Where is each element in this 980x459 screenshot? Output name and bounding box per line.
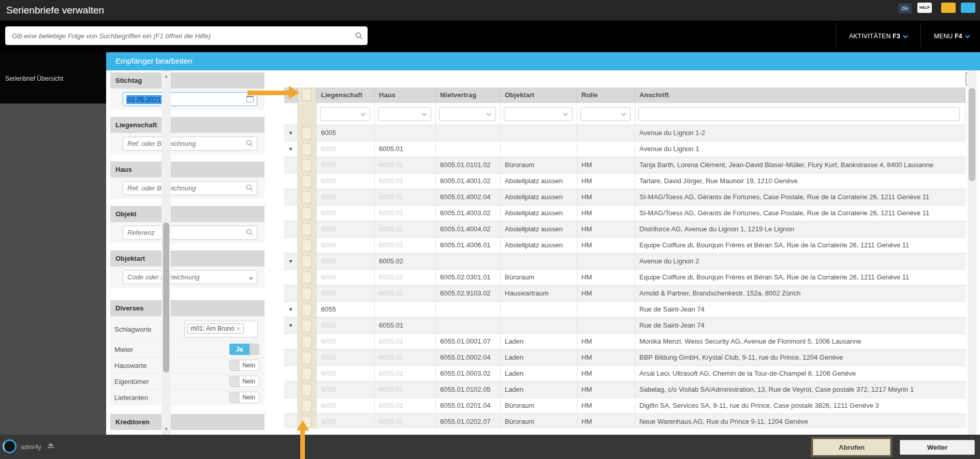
row-checkbox[interactable]	[302, 304, 312, 316]
haus-input[interactable]	[123, 181, 257, 195]
search-input[interactable]	[5, 26, 368, 45]
expand-icon[interactable]: ▼	[284, 318, 298, 333]
table-row[interactable]: 60056005.016005.01.0101.02BüroraumHMTanj…	[284, 157, 966, 173]
chat-bubble-icon[interactable]	[961, 3, 975, 13]
row-checkbox[interactable]	[302, 191, 312, 203]
liegenschaft-input[interactable]	[123, 137, 257, 151]
table-row[interactable]: 60056005.026005.02.9103.02HauswartraumHM…	[284, 286, 966, 302]
help-bubble-icon[interactable]: HELP	[917, 3, 932, 13]
cell-liegenschaft: 6005	[317, 221, 375, 237]
schlagworte-tag-input[interactable]: rh01: Arn Bruno×	[184, 321, 258, 337]
row-checkbox[interactable]	[302, 224, 312, 235]
row-checkbox[interactable]	[302, 143, 312, 155]
scrollbar-thumb[interactable]	[969, 88, 975, 181]
language-badge[interactable]: de	[898, 3, 912, 13]
cell-rolle	[577, 254, 635, 269]
row-checkbox[interactable]	[302, 384, 312, 396]
filter-select-liegenschaft[interactable]	[320, 107, 370, 121]
table-row[interactable]: ▼6055Rue de Saint-Jean 74	[284, 302, 966, 318]
column-header-liegenschaft[interactable]: Liegenschaft	[317, 87, 375, 103]
cell-rolle	[577, 141, 635, 157]
table-row[interactable]: 60556055.016055.01.0001.07LadenHMMonika …	[284, 334, 966, 350]
table-scrollbar[interactable]	[968, 70, 976, 435]
chevron-down-icon	[563, 111, 568, 116]
expand-icon[interactable]: ▼	[284, 302, 298, 317]
table-row[interactable]: 60556055.016055.01.0201.04BüroraumHMDigi…	[284, 398, 966, 414]
cell-liegenschaft: 6055	[317, 398, 375, 413]
table-row[interactable]: 60556055.016055.01.0202.07BüroraumHMNeue…	[284, 414, 966, 428]
column-header-mietvertrag[interactable]: Mietvertrag	[436, 87, 501, 103]
remove-tag-icon[interactable]: ×	[237, 325, 240, 332]
upload-icon[interactable]	[48, 443, 54, 449]
filter-section-kreditoren: Kreditoren	[110, 414, 265, 430]
row-checkbox[interactable]	[302, 175, 312, 187]
cell-haus: 6005.02	[375, 270, 436, 285]
filter-scrollbar[interactable]: ▲ ▼	[162, 70, 171, 435]
objektart-input[interactable]	[123, 270, 257, 284]
table-row[interactable]: 60056005.016005.01.4006.01Abstellplatz a…	[284, 238, 966, 254]
objekt-input[interactable]	[123, 226, 257, 240]
scroll-up-icon[interactable]: ▲	[162, 73, 171, 79]
row-checkbox[interactable]	[302, 336, 312, 348]
filter-input-anschrift[interactable]	[638, 107, 960, 121]
search-icon	[355, 32, 363, 42]
main-menu[interactable]: MENU F4	[934, 33, 969, 40]
feedback-bubble-icon[interactable]	[941, 3, 956, 13]
cell-haus: 6005.01	[375, 141, 436, 157]
toggle-switch[interactable]: Nein	[229, 392, 259, 403]
table-row[interactable]: ▼60056005.01Avenue du Lignon 1	[284, 141, 966, 157]
row-checkbox[interactable]	[302, 320, 312, 332]
table-row[interactable]: ▼60556055.01Rue de Saint-Jean 74	[284, 318, 966, 334]
row-checkbox[interactable]	[302, 400, 312, 412]
scrollbar-thumb[interactable]	[163, 223, 169, 373]
table-row[interactable]: 60056005.016005.01.4002.04Abstellplatz a…	[284, 189, 966, 205]
abrufen-button[interactable]: Abrufen	[813, 439, 890, 455]
toggle-switch[interactable]: Ja	[229, 344, 259, 355]
cell-mietvertrag	[436, 125, 501, 141]
table-row[interactable]: 60056005.016005.01.4001.02Abstellplatz a…	[284, 173, 966, 189]
row-checkbox[interactable]	[302, 240, 312, 251]
filter-select-haus[interactable]	[378, 107, 431, 121]
table-row[interactable]: 60056005.016005.01.4003.02Abstellplatz a…	[284, 205, 966, 221]
row-checkbox[interactable]	[302, 368, 312, 380]
weiter-button[interactable]: Weiter	[900, 440, 975, 455]
recipients-table: Liegenschaft Haus Mietvertrag Objektart …	[284, 70, 966, 435]
column-header-objektart[interactable]: Objektart	[501, 87, 577, 103]
row-checkbox[interactable]	[302, 208, 312, 219]
table-row[interactable]: 60556055.016055.01.0102.05LadenHMSabelag…	[284, 382, 966, 398]
sidebar-item-serienbrief-uebersicht[interactable]: Serienbrief Übersicht	[5, 75, 63, 82]
cell-anschrift: BBP Bildung GmbH, Krystal Club, 9-11, ru…	[635, 350, 966, 365]
select-all-checkbox[interactable]	[302, 89, 312, 101]
row-checkbox[interactable]	[302, 127, 312, 139]
table-row[interactable]: 60556055.016055.01.0002.04LadenHMBBP Bil…	[284, 350, 966, 366]
toggle-switch[interactable]: Nein	[229, 376, 259, 387]
dropdown-caret-icon[interactable]	[249, 277, 253, 280]
table-row[interactable]: 60056005.016005.01.4004.02Abstellplatz a…	[284, 221, 966, 238]
row-checkbox[interactable]	[302, 159, 312, 171]
row-checkbox[interactable]	[302, 352, 312, 364]
column-header-rolle[interactable]: Rolle	[577, 87, 635, 103]
expand-icon[interactable]: ▼	[284, 254, 298, 269]
expand-icon[interactable]: ▼	[284, 141, 298, 157]
table-row[interactable]: 60056005.026005.02.0301.01BüroraumHMEqui…	[284, 270, 966, 286]
column-header-haus[interactable]: Haus	[375, 87, 436, 103]
activities-menu[interactable]: AKTIVITÄTEN F3	[849, 33, 906, 40]
table-row[interactable]: ▼6005Avenue du Lignon 1-2	[284, 125, 966, 141]
scroll-down-icon[interactable]: ▼	[162, 426, 171, 432]
toggle-switch[interactable]: Nein	[229, 360, 259, 371]
expand-icon[interactable]: ▼	[284, 125, 298, 141]
table-row[interactable]: 60556055.016055.01.0003.02LadenHMArsal L…	[284, 366, 966, 382]
column-header-anschrift[interactable]: Anschrift	[635, 87, 966, 103]
toggle-label: Hauswarte	[114, 362, 147, 369]
cell-liegenschaft: 6005	[317, 125, 375, 141]
chevron-down-icon	[621, 111, 626, 116]
cell-haus	[375, 125, 436, 141]
row-checkbox[interactable]	[302, 288, 312, 300]
table-row[interactable]: ▼60056005.02Avenue du Lignon 2	[284, 254, 966, 270]
stichtag-date-input[interactable]: 02.05.2021	[123, 92, 257, 106]
filter-select-rolle[interactable]	[580, 107, 631, 121]
row-checkbox[interactable]	[302, 256, 312, 268]
filter-select-mietvertrag[interactable]	[439, 107, 496, 121]
filter-select-objektart[interactable]	[504, 107, 573, 121]
row-checkbox[interactable]	[302, 272, 312, 284]
